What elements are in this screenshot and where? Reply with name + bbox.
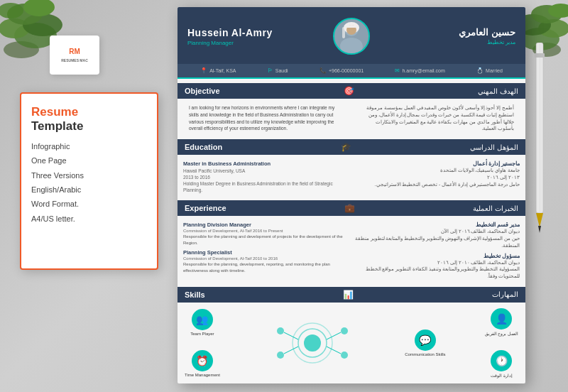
feature-item: Word Format.	[31, 199, 147, 209]
brand-logo: RM RESUMES MAC	[50, 36, 99, 75]
profile-photo	[333, 18, 370, 55]
exp2-title-ar: مسؤول تخطيط	[354, 253, 520, 259]
svg-point-25	[304, 334, 321, 352]
skills-list-ar: 👤 العمل بروح الفريق 🕐 إدارة الوقت	[485, 308, 518, 378]
objective-section: Objective 🎯 الهدف المهني I am looking fo…	[178, 83, 525, 135]
feature-item: Three Versions	[31, 170, 147, 181]
title-arabic: مدير تخطيط	[377, 39, 515, 45]
product-info-card: Resume Template Infographic One Page Thr…	[20, 92, 158, 270]
svg-point-31	[277, 352, 284, 359]
exp1-title-ar: مدير قسم التخطيط	[354, 222, 520, 228]
feature-item: A4/US letter.	[31, 214, 147, 224]
phone-icon: 📞	[320, 67, 327, 74]
skill-timemanagement: ⏰ Time Management	[185, 350, 220, 377]
edu-details-en: Hawaii Pacific University, USA 2013 to 2…	[183, 168, 349, 193]
header-right: حسين العامري مدير تخطيط	[377, 27, 515, 45]
objective-section-header: Objective 🎯 الهدف المهني	[178, 83, 525, 99]
objective-title-en: Objective	[185, 87, 220, 95]
logo-name: RESUMES MAC	[61, 58, 88, 62]
svg-rect-22	[342, 27, 345, 38]
exp2-title-en: Planning Specialist	[183, 249, 349, 256]
feature-item: English/Arabic	[31, 185, 147, 195]
experience-icon: 💼	[344, 203, 355, 213]
skills-diagram	[259, 318, 366, 368]
skill-teamplayer: 👥 Team Player	[185, 309, 220, 336]
email-icon: ✉	[395, 67, 400, 74]
title-english: Planning Manager	[187, 40, 326, 46]
contact-email: ✉ h.amry@email.com	[395, 67, 444, 74]
flag-icon: 🏳	[268, 67, 273, 74]
skills-content: 👥 Team Player ⏰ Time Management	[178, 305, 525, 381]
features-list: Infographic One Page Three Versions Engl…	[31, 141, 147, 224]
education-content: Master in Business Administration Hawaii…	[178, 158, 525, 196]
education-right: ماجستير إدارة أعمال جامعة هاواي باسيفيك،…	[354, 158, 520, 196]
exp1-title-en: Planning Division Manager	[183, 222, 349, 228]
exp1-desc-en: Responsible for the planning and develop…	[183, 234, 349, 246]
svg-point-32	[341, 327, 348, 334]
experience-section: Experience 💼 الخبرات العملية Planning Di…	[178, 200, 525, 283]
svg-marker-15	[536, 213, 543, 227]
svg-point-30	[277, 327, 284, 334]
skills-icon: 📊	[343, 290, 354, 300]
experience-right: مدير قسم التخطيط ديوان المحاكمة، الطائف …	[354, 219, 520, 283]
exp2-org-en: Commission of Development, Al-Taif 2010 …	[183, 256, 349, 261]
svg-rect-17	[535, 53, 545, 58]
exp2-desc-en: Responsible for the planning, developmen…	[183, 261, 349, 273]
education-section-header: Education 🎓 المؤهل الدراسي	[178, 139, 525, 155]
objective-left: I am looking for new horizons in environ…	[183, 102, 349, 135]
skill-communication: 💬 Communication Skills	[405, 330, 445, 356]
teamplayer-icon: 👥	[192, 309, 213, 330]
svg-rect-14	[537, 43, 539, 212]
skill-ar-2: 🕐 إدارة الوقت	[485, 350, 518, 378]
pen-decoration	[525, 43, 561, 256]
education-left: Master in Business Administration Hawaii…	[183, 158, 349, 196]
experience-left: Planning Division Manager Commission of …	[183, 219, 349, 283]
contact-location: 📍 Al-Taif, KSA	[200, 67, 236, 74]
skills-title-en: Skills	[185, 290, 205, 299]
resume-header: Hussein Al-Amry Planning Manager حسين ال…	[178, 7, 525, 64]
header-left: Hussein Al-Amry Planning Manager	[187, 27, 326, 46]
ar-skill-icon-1: 👤	[491, 308, 512, 330]
skills-list-en: 👥 Team Player ⏰ Time Management	[185, 309, 220, 377]
svg-marker-16	[538, 226, 541, 233]
time-icon: ⏰	[192, 350, 213, 371]
edu-details-ar: جامعة هاواي باسيفيك، الولايات المتحدة ٢٠…	[354, 167, 520, 187]
objective-text-en: I am looking for new horizons in environ…	[183, 102, 349, 135]
contact-phone: 📞 +966-00000001	[320, 67, 364, 74]
svg-point-19	[340, 38, 363, 53]
skills-title-ar: المهارات	[492, 290, 518, 298]
skills-section-header: Skills 📊 المهارات	[178, 287, 525, 303]
education-icon: 🎓	[341, 142, 351, 152]
objective-right: أطمح إلا أحوذ إلا وأسعى لأكون خلوص المفي…	[354, 102, 520, 135]
exp2-desc-ar: المسؤولية التخطيط والتطوير والمتابعة وتن…	[354, 266, 520, 280]
name-arabic: حسين العامري	[377, 27, 515, 38]
feature-item: Infographic	[31, 141, 147, 152]
svg-line-28	[327, 332, 341, 339]
objective-title-ar: الهدف المهني	[478, 87, 518, 95]
svg-line-26	[284, 332, 298, 339]
exp1-desc-ar: حين من المسؤولية الإشراف والنهوض والتطوي…	[354, 235, 520, 249]
experience-title-ar: الخبرات العملية	[473, 205, 518, 212]
feature-item: One Page	[31, 156, 147, 166]
edu-degree-en: Master in Business Administration	[183, 160, 349, 167]
teal-divider	[178, 77, 525, 79]
objective-icon: 🎯	[344, 86, 354, 96]
contact-nationality: 🏳 Saudi	[268, 67, 288, 74]
objective-text-ar: أطمح إلا أحوذ إلا وأسعى لأكون خلوص المفي…	[354, 102, 520, 135]
objective-content: I am looking for new horizons in environ…	[178, 102, 525, 135]
exp1-org-en: Commission of Development, Al-Taif 2016 …	[183, 229, 349, 233]
marital-icon: 💍	[476, 67, 484, 74]
education-title-en: Education	[185, 143, 222, 151]
svg-line-27	[284, 347, 298, 354]
education-title-ar: المؤهل الدراسي	[470, 143, 518, 151]
experience-section-header: Experience 💼 الخبرات العملية	[178, 200, 525, 216]
exp2-org-ar: ديوان المحاكمة، الطائف ٢٠١٠ إلى ٢٠١٦	[354, 259, 520, 266]
skill-ar-1: 👤 العمل بروح الفريق	[485, 308, 518, 336]
svg-line-29	[327, 347, 341, 354]
skills-section: Skills 📊 المهارات 👥 Team Player ⏰ Time M…	[178, 287, 525, 381]
location-icon: 📍	[200, 67, 207, 74]
edu-degree-ar: ماجستير إدارة أعمال	[354, 160, 520, 167]
logo-initials: RM	[69, 48, 80, 55]
ar-skill-icon-2: 🕐	[491, 350, 512, 371]
communication-icon: 💬	[415, 330, 436, 351]
